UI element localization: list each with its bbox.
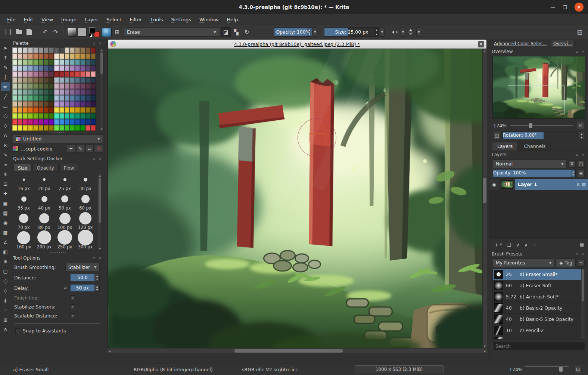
palette-swatch[interactable] [54, 113, 59, 119]
canvas-vscrollbar[interactable]: ▲ ▼ [482, 49, 487, 348]
palette-swatch[interactable] [65, 89, 69, 95]
rect-select-tool[interactable]: ▢ [1, 267, 10, 276]
palette-swatch[interactable] [44, 89, 49, 95]
palette-swatch[interactable] [18, 125, 22, 131]
brush-size-option[interactable]: 30 px [75, 173, 96, 192]
palette-swatch[interactable] [80, 125, 85, 131]
palette-swatch[interactable] [33, 83, 38, 89]
palette-swatch[interactable] [91, 89, 96, 95]
duplicate-layer-button[interactable]: ❏ [507, 242, 511, 248]
palette-swatch[interactable] [91, 119, 96, 125]
palette-swatch[interactable] [23, 119, 28, 125]
palette-swatch[interactable] [12, 119, 17, 125]
quick-tab-size[interactable]: Size [13, 164, 32, 172]
palette-swatch[interactable] [85, 59, 90, 65]
ellipse-tool[interactable]: ○ [1, 111, 10, 120]
palette-swatch[interactable] [28, 83, 33, 89]
brush-size-option[interactable]: 80 px [34, 212, 55, 231]
palette-swatch[interactable] [70, 59, 75, 65]
palette-swatch[interactable] [18, 89, 22, 95]
palette-swatch[interactable] [33, 107, 38, 113]
palette-swatch[interactable] [70, 119, 75, 125]
palette-swatch[interactable] [65, 107, 69, 113]
palette-swatch[interactable] [33, 65, 38, 71]
scroll-up-icon[interactable]: ▲ [101, 48, 103, 52]
palette-swatch[interactable] [59, 83, 64, 89]
menu-item-window[interactable]: Window [195, 14, 223, 25]
add-layer-button[interactable]: ＋▼ [494, 241, 502, 248]
move-tool[interactable]: ✚ [1, 189, 10, 198]
palette-swatch[interactable] [49, 83, 54, 89]
palette-swatch[interactable] [75, 107, 80, 113]
tab-layers[interactable]: Layers [492, 142, 518, 151]
tag-filter-combobox[interactable]: My Favorites ▼ [493, 258, 554, 267]
palette-swatch[interactable] [70, 95, 75, 101]
palette-swatch[interactable] [44, 83, 49, 89]
palette-swatch[interactable] [28, 125, 33, 131]
palette-swatch[interactable] [38, 53, 43, 59]
tab-advanced-color-selector[interactable]: Advanced Color Selec... [492, 40, 549, 47]
preserve-alpha-button[interactable]: ▚ [231, 27, 241, 37]
palette-swatch[interactable] [49, 47, 54, 53]
brush-size-option[interactable]: 60 px [75, 192, 96, 212]
palette-swatch[interactable] [28, 95, 33, 101]
palette-swatch[interactable] [38, 113, 43, 119]
palette-swatch[interactable] [12, 53, 17, 59]
palette-swatch[interactable] [65, 47, 69, 53]
palette-swatch[interactable] [49, 125, 54, 131]
presets-scrollbar[interactable] [581, 269, 585, 339]
move-layer-down-button[interactable]: ∨ [516, 242, 520, 248]
reload-preset-button[interactable]: ↻ [242, 27, 252, 37]
palette-swatch[interactable] [49, 59, 54, 65]
palette-swatch[interactable] [85, 53, 90, 59]
scroll-left-icon[interactable]: ◀ [108, 348, 112, 353]
palette-swatch[interactable] [18, 83, 22, 89]
palette-swatch[interactable] [12, 65, 17, 71]
color-sampler-tool[interactable]: ◉ [1, 218, 10, 227]
palette-swatch[interactable] [85, 77, 90, 83]
palette-swatch[interactable] [44, 119, 49, 125]
fg-bg-color-widget[interactable] [89, 27, 100, 37]
palette-swatch[interactable] [75, 59, 80, 65]
stabilize-sensors-checkbox[interactable] [70, 304, 75, 309]
brush-size-option[interactable]: 70 px [13, 212, 34, 231]
scrollbar-thumb[interactable] [99, 178, 101, 223]
palette-swatch[interactable] [80, 47, 85, 53]
menu-item-file[interactable]: File [3, 14, 20, 25]
palette-swatch[interactable] [54, 101, 59, 107]
palette-swatch[interactable] [70, 65, 75, 71]
palette-swatch[interactable] [12, 47, 17, 53]
fill-tool[interactable]: ◧ [1, 247, 10, 256]
palette-swatch[interactable] [44, 125, 49, 131]
layer-properties-button[interactable]: ≡ [533, 242, 537, 248]
palette-swatch[interactable] [18, 107, 22, 113]
presets-menu-button[interactable]: ≡ [577, 259, 585, 267]
palette-swatch[interactable] [54, 65, 59, 71]
palette-swatch[interactable] [33, 71, 38, 77]
folder-icon[interactable]: ▱ [85, 145, 94, 153]
palette-swatch[interactable] [12, 77, 17, 83]
palette-swatch[interactable] [38, 65, 43, 71]
palette-swatch[interactable] [65, 95, 69, 101]
palette-swatch[interactable] [33, 53, 38, 59]
assistants-tool[interactable]: ⊕ [1, 257, 10, 266]
palette-swatch[interactable] [23, 107, 28, 113]
palette-swatch[interactable] [75, 89, 80, 95]
palette-swatch[interactable] [38, 125, 43, 131]
palette-swatch[interactable] [38, 107, 43, 113]
palette-swatch[interactable] [75, 77, 80, 83]
quick-settings-scrollbar[interactable]: ▲ ▼ [98, 173, 102, 251]
palette-swatch[interactable] [28, 107, 33, 113]
delay-spinbox[interactable]: 50 px [70, 284, 95, 292]
canvas-rotation-reset-button[interactable]: ◱ [493, 132, 501, 139]
palette-swatch[interactable] [18, 59, 22, 65]
palette-swatch[interactable] [44, 77, 49, 83]
palette-swatch[interactable] [23, 47, 28, 53]
palette-swatch[interactable] [59, 53, 64, 59]
palette-swatch[interactable] [80, 107, 85, 113]
gradient-tool[interactable]: ▦ [1, 208, 10, 217]
palette-swatch[interactable] [49, 77, 54, 83]
palette-swatch[interactable] [44, 101, 49, 107]
palette-swatch[interactable] [44, 95, 49, 101]
brush-preset-row[interactable]: 5.72b) Airbrush Soft* [493, 291, 585, 303]
